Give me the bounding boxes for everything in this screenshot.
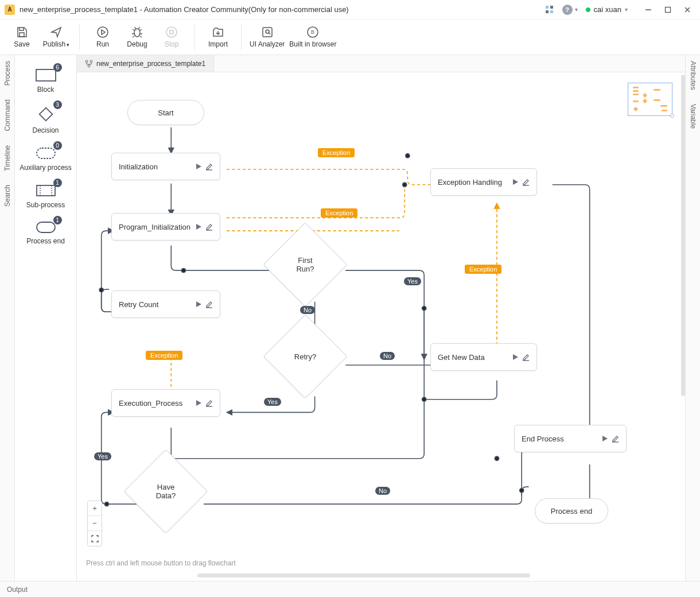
svg-point-36 bbox=[99, 288, 103, 292]
output-tab[interactable]: Output bbox=[7, 586, 28, 594]
edit-icon[interactable] bbox=[612, 435, 619, 443]
node-initialization[interactable]: Initialization bbox=[111, 153, 220, 180]
close-button[interactable] bbox=[679, 3, 695, 17]
palette-block[interactable]: 6 Block bbox=[15, 67, 76, 94]
divider bbox=[79, 25, 80, 50]
svg-point-32 bbox=[104, 502, 108, 506]
node-retry[interactable]: Retry? bbox=[275, 327, 335, 386]
minimize-button[interactable] bbox=[640, 3, 656, 17]
node-program-initialization[interactable]: Program_Initialization bbox=[111, 213, 220, 241]
right-sidebar: Attributes Variable bbox=[685, 55, 700, 581]
edge-label-yes: Yes bbox=[404, 277, 421, 285]
svg-rect-5 bbox=[666, 7, 671, 12]
edit-icon[interactable] bbox=[205, 163, 213, 170]
flowchart-canvas[interactable]: Start Initialization Program_Initializat… bbox=[77, 72, 685, 581]
svg-point-10 bbox=[134, 29, 140, 37]
tab-variable[interactable]: Variable bbox=[689, 104, 697, 129]
tab-process[interactable]: Process bbox=[3, 61, 11, 86]
node-get-new-data[interactable]: Get New Data bbox=[430, 343, 537, 371]
tab-command[interactable]: Command bbox=[3, 99, 11, 131]
svg-rect-3 bbox=[550, 10, 553, 13]
edge-label-no: No bbox=[380, 352, 395, 360]
node-first-run[interactable]: First Run? bbox=[275, 235, 335, 294]
palette-auxiliary-process[interactable]: 0 Auxiliary process bbox=[15, 145, 76, 172]
import-button[interactable]: Import bbox=[203, 21, 233, 54]
node-exception-handling[interactable]: Exception Handling bbox=[430, 168, 537, 196]
chevron-down-icon: ▾ bbox=[625, 6, 628, 13]
svg-rect-2 bbox=[546, 10, 549, 13]
publish-button[interactable]: Publish▾ bbox=[41, 21, 71, 54]
maximize-button[interactable] bbox=[660, 3, 676, 17]
play-icon[interactable] bbox=[512, 179, 519, 185]
svg-point-29 bbox=[422, 397, 426, 401]
zoom-fit-button[interactable] bbox=[88, 531, 102, 546]
palette-decision[interactable]: 3 Decision bbox=[15, 104, 76, 134]
divider bbox=[241, 25, 242, 50]
left-sidebar: Process Command Timeline Search bbox=[0, 55, 15, 581]
titlebar: A new_enterprise_process_template1 - Aut… bbox=[0, 0, 700, 20]
node-retry-count[interactable]: Retry Count bbox=[111, 290, 220, 318]
document-tabs: new_enterprise_process_template1 bbox=[77, 55, 685, 72]
vertical-scrollbar[interactable] bbox=[681, 75, 685, 396]
flowchart-icon bbox=[85, 60, 93, 68]
svg-point-33 bbox=[520, 489, 524, 493]
status-dot bbox=[586, 7, 590, 12]
svg-point-34 bbox=[406, 154, 410, 158]
edit-icon[interactable] bbox=[205, 301, 213, 308]
svg-rect-19 bbox=[37, 148, 55, 158]
node-have-data[interactable]: Have Data? bbox=[136, 462, 196, 521]
user-menu[interactable]: cai xuan ▾ bbox=[586, 5, 628, 14]
edge-label-exception: Exception bbox=[465, 265, 501, 274]
tab-attributes[interactable]: Attributes bbox=[689, 61, 697, 90]
run-button[interactable]: Run bbox=[88, 21, 118, 54]
play-icon[interactable] bbox=[195, 163, 202, 170]
edit-icon[interactable] bbox=[205, 223, 213, 231]
save-button[interactable]: Save bbox=[7, 21, 37, 54]
app-icon: A bbox=[5, 5, 15, 15]
svg-rect-12 bbox=[170, 30, 173, 34]
node-end-process[interactable]: End Process bbox=[514, 425, 627, 452]
shape-palette: 6 Block 3 Decision 0 Auxiliary process 1… bbox=[15, 55, 77, 581]
svg-rect-0 bbox=[546, 6, 549, 9]
svg-rect-18 bbox=[39, 108, 52, 121]
play-icon[interactable] bbox=[195, 400, 202, 406]
play-icon[interactable] bbox=[512, 354, 519, 360]
tab-timeline[interactable]: Timeline bbox=[3, 145, 11, 171]
svg-text:B: B bbox=[311, 29, 314, 35]
play-icon[interactable] bbox=[195, 301, 202, 308]
edit-icon[interactable] bbox=[522, 354, 530, 361]
play-icon[interactable] bbox=[195, 223, 202, 230]
toolbar: Save Publish▾ Run Debug Stop Import UI A… bbox=[0, 20, 700, 55]
help-icon[interactable]: ? bbox=[562, 5, 573, 15]
ui-analyzer-button[interactable]: UI Analyzer bbox=[250, 21, 285, 54]
zoom-out-button[interactable]: − bbox=[88, 516, 102, 531]
edit-icon[interactable] bbox=[205, 400, 213, 407]
zoom-in-button[interactable]: + bbox=[88, 501, 102, 516]
svg-point-24 bbox=[85, 60, 88, 63]
edit-icon[interactable] bbox=[522, 179, 530, 186]
window-title: new_enterprise_process_template1 - Autom… bbox=[20, 5, 545, 14]
minimap[interactable] bbox=[628, 83, 672, 116]
svg-point-28 bbox=[422, 306, 426, 310]
divider bbox=[195, 25, 195, 50]
browser-button[interactable]: BBuilt in browser bbox=[289, 21, 336, 54]
svg-rect-8 bbox=[20, 33, 24, 37]
debug-button[interactable]: Debug bbox=[122, 21, 152, 54]
edge-label-yes: Yes bbox=[94, 452, 111, 460]
zoom-controls: + − bbox=[87, 501, 102, 546]
palette-sub-process[interactable]: 1 Sub-process bbox=[15, 182, 76, 209]
document-tab[interactable]: new_enterprise_process_template1 bbox=[77, 55, 214, 72]
svg-point-35 bbox=[403, 183, 407, 187]
edge-label-exception: Exception bbox=[321, 208, 357, 218]
apps-icon[interactable] bbox=[545, 5, 554, 14]
play-icon[interactable] bbox=[601, 435, 608, 442]
tab-search[interactable]: Search bbox=[3, 185, 11, 207]
node-start[interactable]: Start bbox=[127, 100, 204, 125]
chevron-down-icon[interactable]: ▾ bbox=[575, 6, 578, 13]
node-execution-process[interactable]: Execution_Process bbox=[111, 389, 220, 417]
node-process-end[interactable]: Process end bbox=[535, 498, 608, 524]
svg-point-27 bbox=[181, 269, 185, 273]
palette-process-end[interactable]: 1 Process end bbox=[15, 219, 76, 245]
horizontal-scrollbar[interactable] bbox=[197, 573, 530, 577]
edge-label-yes: Yes bbox=[264, 398, 281, 406]
